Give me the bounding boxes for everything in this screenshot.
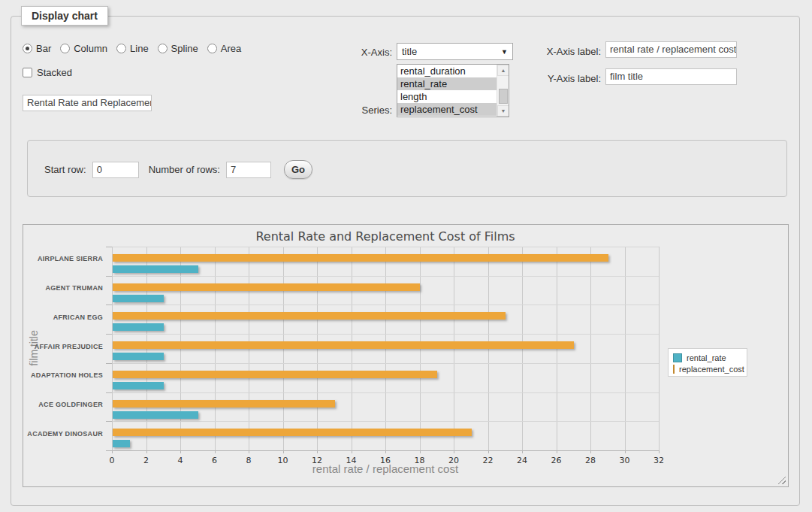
x-gridline xyxy=(590,247,591,450)
bar-rental_rate[interactable] xyxy=(113,323,164,331)
scrollbar-thumb[interactable] xyxy=(499,89,508,104)
y-axis-label-input[interactable]: film title xyxy=(605,68,737,85)
x-tick-label: 2 xyxy=(135,456,158,465)
bar-replacement_cost[interactable] xyxy=(113,371,437,378)
x-tick-label: 18 xyxy=(409,456,431,465)
radio-item-column: Column xyxy=(60,43,107,54)
x-tick-mark xyxy=(659,450,660,453)
radio-item-spline: Spline xyxy=(158,43,198,54)
x-tick-label: 14 xyxy=(340,456,363,465)
fieldset-legend: Display chart xyxy=(21,6,108,26)
radio-bar[interactable] xyxy=(23,44,32,53)
listbox-scrollbar[interactable]: ▲ ▼ xyxy=(497,65,509,117)
y-tick-mark xyxy=(106,334,112,335)
chart-panel: Rental Rate and Replacement Cost of Film… xyxy=(23,224,789,487)
category-gridline xyxy=(112,392,659,393)
bar-rental_rate[interactable] xyxy=(113,440,130,447)
x-tick-label: 26 xyxy=(545,456,568,465)
start-row-label: Start row: xyxy=(44,164,86,175)
radio-line[interactable] xyxy=(116,44,126,53)
stacked-row: Stacked xyxy=(23,67,72,78)
row-range-controls: Start row: 0 Number of rows: 7 Go xyxy=(44,160,312,179)
radio-item-area: Area xyxy=(207,43,241,54)
x-axis-select[interactable]: title ▼ xyxy=(397,43,513,60)
series-option-rental-rate[interactable]: rental_rate xyxy=(397,77,497,90)
x-tick-label: 24 xyxy=(511,456,533,465)
category-gridline xyxy=(112,247,659,247)
y-tick-mark xyxy=(106,247,112,247)
x-tick-label: 6 xyxy=(204,456,226,465)
x-tick-label: 22 xyxy=(477,456,500,465)
bar-rental_rate[interactable] xyxy=(113,382,164,389)
radio-column-label[interactable]: Column xyxy=(74,43,107,54)
category-label: AFRICAN EGG xyxy=(23,314,103,321)
bar-replacement_cost[interactable] xyxy=(113,283,420,291)
go-button[interactable]: Go xyxy=(284,160,312,179)
category-gridline xyxy=(112,304,659,305)
x-axis-label-input[interactable]: rental rate / replacement cost xyxy=(605,41,737,58)
radio-bar-label[interactable]: Bar xyxy=(36,43,51,54)
chevron-down-icon: ▼ xyxy=(501,48,508,56)
number-of-rows-input[interactable]: 7 xyxy=(226,162,271,178)
series-listbox[interactable]: rental_duration rental_rate length repla… xyxy=(397,64,509,117)
legend-swatch-rental-rate xyxy=(673,353,682,362)
row-range-panel: Start row: 0 Number of rows: 7 Go xyxy=(27,140,787,197)
bar-rental_rate[interactable] xyxy=(113,411,198,419)
series-option-replacement-cost[interactable]: replacement_cost xyxy=(397,103,497,116)
x-tick-label: 30 xyxy=(614,456,636,465)
radio-area-label[interactable]: Area xyxy=(221,43,241,54)
legend-label-replacement-cost: replacement_cost xyxy=(679,365,744,374)
chart-title: Rental Rate and Replacement Cost of Film… xyxy=(112,229,659,244)
series-listbox-label: Series: xyxy=(315,105,392,116)
radio-column[interactable] xyxy=(60,44,70,53)
x-gridline xyxy=(625,247,626,450)
bar-rental_rate[interactable] xyxy=(113,353,164,360)
display-chart-page: Display chart Bar Column Line Spline Are… xyxy=(0,0,812,512)
chart-type-radio-group: Bar Column Line Spline Area xyxy=(23,43,241,54)
x-tick-label: 32 xyxy=(647,456,670,465)
bar-replacement_cost[interactable] xyxy=(113,341,574,349)
radio-item-bar: Bar xyxy=(23,43,51,54)
x-tick-label: 10 xyxy=(272,456,294,465)
y-tick-mark xyxy=(106,421,112,422)
x-axis-label-caption: X-Axis label: xyxy=(518,46,601,57)
category-label: AIRPLANE SIERRA xyxy=(23,255,103,262)
series-option-length[interactable]: length xyxy=(397,90,497,103)
category-gridline xyxy=(112,334,659,335)
category-gridline xyxy=(112,363,659,364)
bar-replacement_cost[interactable] xyxy=(113,254,608,262)
stacked-checkbox[interactable] xyxy=(23,68,32,77)
legend-item-replacement-cost[interactable]: replacement_cost xyxy=(673,363,742,374)
x-gridline xyxy=(659,247,660,450)
stacked-label[interactable]: Stacked xyxy=(37,67,72,78)
x-axis-select-label: X-Axis: xyxy=(315,47,392,58)
legend-item-rental-rate[interactable]: rental_rate xyxy=(673,352,742,363)
bar-replacement_cost[interactable] xyxy=(113,400,335,407)
category-label: AFFAIR PREJUDICE xyxy=(23,343,103,350)
y-tick-mark xyxy=(106,450,112,451)
bar-rental_rate[interactable] xyxy=(113,265,198,273)
chart-canvas: Rental Rate and Replacement Cost of Film… xyxy=(23,225,788,486)
x-tick-label: 28 xyxy=(579,456,602,465)
scroll-up-icon[interactable]: ▲ xyxy=(497,65,509,76)
radio-spline[interactable] xyxy=(158,44,168,53)
radio-area[interactable] xyxy=(207,44,217,53)
radio-spline-label[interactable]: Spline xyxy=(171,43,198,54)
chart-title-input[interactable]: Rental Rate and Replacemen xyxy=(23,95,152,111)
chart-legend: rental_rate replacement_cost xyxy=(668,348,747,377)
radio-item-line: Line xyxy=(116,43,149,54)
radio-line-label[interactable]: Line xyxy=(130,43,149,54)
scroll-down-icon[interactable]: ▼ xyxy=(497,105,509,117)
y-tick-mark xyxy=(106,304,112,305)
bar-rental_rate[interactable] xyxy=(113,295,164,302)
x-tick-label: 20 xyxy=(442,456,465,465)
x-axis-selected-value: title xyxy=(402,46,417,57)
bar-replacement_cost[interactable] xyxy=(113,429,472,436)
start-row-input[interactable]: 0 xyxy=(92,162,139,178)
bar-replacement_cost[interactable] xyxy=(113,312,506,320)
y-tick-mark xyxy=(106,392,112,393)
x-tick-label: 16 xyxy=(374,456,397,465)
y-axis-label-caption: Y-Axis label: xyxy=(518,73,601,84)
category-gridline xyxy=(112,421,659,422)
series-option-rental-duration[interactable]: rental_duration xyxy=(397,65,497,77)
